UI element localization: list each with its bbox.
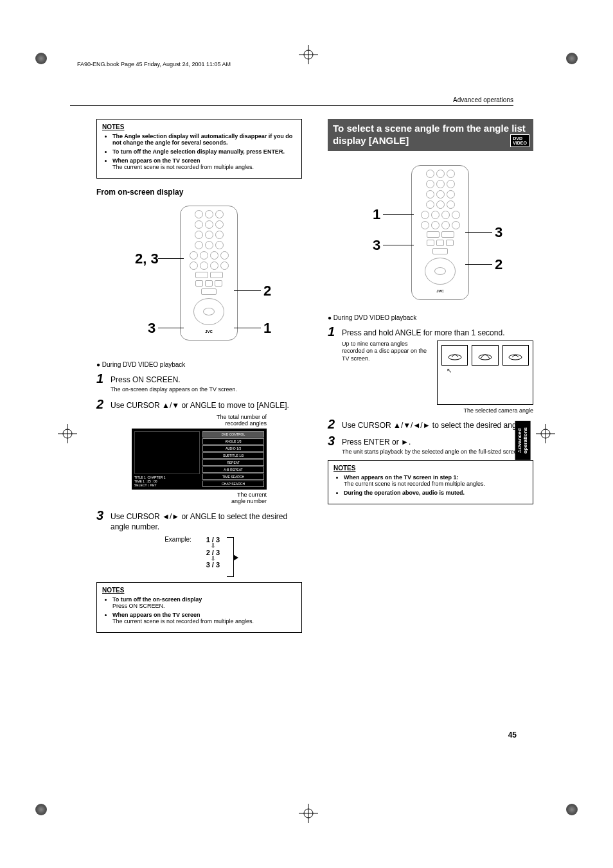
left-column: NOTES The Angle selection display will a…	[96, 119, 302, 642]
note-item: When appears on the TV screenThe current…	[112, 612, 296, 624]
context-line: During DVD VIDEO playback	[96, 361, 302, 368]
callout-2: 2	[495, 256, 502, 273]
notes-box-1: NOTES The Angle selection display will a…	[96, 119, 302, 179]
note-item: During the operation above, audio is mut…	[344, 490, 528, 496]
page: FA90-ENG.book Page 45 Friday, August 24,…	[0, 0, 613, 868]
angle-tv-label: The selected camera angle	[437, 407, 533, 414]
example-block: Example: 1 / 3 ⬇ 2 / 3 ⬇ 3 / 3	[96, 536, 302, 576]
notes-box-2: NOTES To turn off the on-screen displayP…	[96, 582, 302, 633]
notes-title: NOTES	[102, 123, 296, 130]
step-text: Use CURSOR ▲/▼/◄/► to select the desired…	[342, 418, 524, 430]
registration-mark	[299, 45, 318, 64]
dvd-video-badge-icon: DVD VIDEO	[510, 134, 529, 147]
down-arrow-icon: ⬇	[206, 544, 220, 549]
osd-label-top: The total number of recorded angles	[132, 414, 267, 427]
remote-diagram: JVC 1 3 3 2	[328, 160, 533, 308]
step-3: 3 Use CURSOR ◄/► or ANGLE to select the …	[96, 509, 302, 532]
registration-dot	[566, 53, 578, 64]
note-item: To turn off the Angle selection display …	[112, 148, 296, 155]
registration-mark	[299, 804, 318, 823]
svg-point-12	[449, 355, 461, 360]
angle-thumbnail	[472, 345, 498, 366]
cursor-icon: ↖	[447, 367, 452, 374]
note-item: The Angle selection display will automat…	[112, 133, 296, 146]
registration-dot	[35, 804, 47, 815]
loop-bracket-icon	[227, 537, 234, 577]
step-text: Press and hold ANGLE for more than 1 sec…	[342, 325, 504, 338]
callout-2: 2	[263, 283, 271, 299]
step-number: 1	[96, 372, 107, 385]
osd-label-bottom: The current angle number	[132, 492, 267, 505]
step-text: Use CURSOR ◄/► or ANGLE to select the de…	[111, 509, 302, 532]
running-head: Advanced operations	[453, 96, 513, 103]
step-number: 2	[96, 398, 107, 411]
step-1: 1 Press ON SCREEN.	[96, 372, 302, 385]
example-value: 3 / 3	[206, 561, 220, 569]
note-item: When appears on the TV screen in step 1:…	[344, 474, 528, 487]
callout-3: 3	[148, 320, 155, 337]
step-1: 1 Press and hold ANGLE for more than 1 s…	[328, 325, 533, 338]
note-item: To turn off the on-screen displayPress O…	[112, 596, 296, 609]
registration-dot	[35, 53, 47, 64]
note-item: When appears on the TV screenThe current…	[112, 157, 296, 170]
step-number: 3	[96, 509, 107, 532]
callout-3-right: 3	[495, 224, 502, 241]
osd-screen: TITLE 1 CHAPTER 1 TIME 1 : 35 : 00 SELEC…	[132, 429, 267, 490]
content-columns: NOTES The Angle selection display will a…	[96, 119, 540, 642]
step-text: Press ENTER or ►.	[342, 434, 411, 447]
right-column: To select a scene angle from the angle l…	[328, 119, 533, 642]
step-number: 3	[328, 434, 338, 447]
callout-3-left: 3	[373, 237, 380, 254]
step-body: The unit starts playback by the selected…	[342, 448, 533, 456]
svg-point-13	[479, 355, 492, 360]
step-text: Press ON SCREEN.	[111, 372, 181, 385]
down-arrow-icon: ⬇	[206, 556, 220, 562]
osd-diagram: The total number of recorded angles TITL…	[132, 414, 267, 505]
subheading-from-onscreen: From on-screen display	[96, 188, 302, 197]
step-number: 1	[328, 325, 338, 338]
step-body: Up to nine camera angles recorded on a d…	[342, 341, 431, 414]
step-text: Use CURSOR ▲/▼ or ANGLE to move to [ANGL…	[111, 398, 289, 411]
book-header-line: FA90-ENG.book Page 45 Friday, August 24,…	[77, 61, 231, 67]
remote-illustration: JVC	[180, 206, 238, 341]
page-number: 45	[508, 731, 517, 740]
callout-2-3: 2, 3	[135, 251, 159, 267]
callout-1: 1	[263, 320, 271, 337]
step-3: 3 Press ENTER or ►.	[328, 434, 533, 447]
angle-list-tv-diagram: ↖	[437, 341, 533, 405]
registration-dot	[566, 804, 578, 815]
notes-title: NOTES	[102, 587, 296, 594]
context-line: During DVD VIDEO playback	[328, 314, 533, 321]
angle-thumbnail	[441, 345, 468, 366]
section-heading-text: To select a scene angle from the angle l…	[333, 123, 526, 146]
remote-diagram: JVC 2, 3 3 2 1	[96, 200, 302, 355]
section-heading: To select a scene angle from the angle l…	[328, 119, 533, 151]
notes-box-right: NOTES When appears on the TV screen in s…	[328, 460, 533, 504]
angle-thumbnail	[502, 345, 529, 366]
step-2: 2 Use CURSOR ▲/▼/◄/► to select the desir…	[328, 418, 533, 430]
registration-mark	[58, 424, 77, 443]
remote-illustration: JVC	[411, 165, 469, 300]
callout-1: 1	[373, 206, 380, 223]
example-label: Example:	[164, 536, 191, 543]
step-2: 2 Use CURSOR ▲/▼ or ANGLE to move to [AN…	[96, 398, 302, 411]
step-number: 2	[328, 418, 338, 430]
step-body: The on-screen display appears on the TV …	[111, 386, 302, 394]
notes-title: NOTES	[333, 465, 528, 472]
